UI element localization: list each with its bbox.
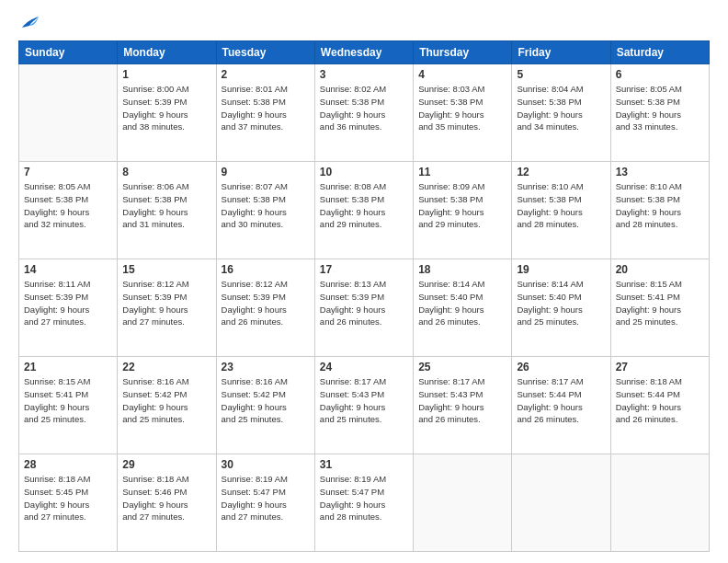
day-number: 10 (320, 166, 408, 178)
day-cell: 31Sunrise: 8:19 AMSunset: 5:47 PMDayligh… (314, 454, 413, 552)
day-cell: 2Sunrise: 8:01 AMSunset: 5:38 PMDaylight… (216, 64, 314, 162)
col-header-friday: Friday (512, 41, 610, 64)
day-number: 27 (616, 361, 704, 373)
day-info: Sunrise: 8:15 AMSunset: 5:41 PMDaylight:… (24, 375, 112, 426)
day-cell: 20Sunrise: 8:15 AMSunset: 5:41 PMDayligh… (610, 259, 709, 357)
day-info: Sunrise: 8:09 AMSunset: 5:38 PMDaylight:… (418, 180, 506, 231)
day-info: Sunrise: 8:18 AMSunset: 5:44 PMDaylight:… (616, 375, 704, 426)
day-info: Sunrise: 8:01 AMSunset: 5:38 PMDaylight:… (222, 83, 310, 133)
day-number: 16 (222, 263, 310, 276)
day-info: Sunrise: 8:17 AMSunset: 5:44 PMDaylight:… (517, 375, 605, 426)
day-cell (512, 454, 610, 552)
day-cell: 21Sunrise: 8:15 AMSunset: 5:41 PMDayligh… (19, 357, 118, 454)
day-info: Sunrise: 8:05 AMSunset: 5:38 PMDaylight:… (616, 83, 704, 133)
day-number: 30 (222, 458, 310, 471)
day-cell: 18Sunrise: 8:14 AMSunset: 5:40 PMDayligh… (414, 259, 512, 357)
day-cell: 4Sunrise: 8:03 AMSunset: 5:38 PMDaylight… (414, 64, 512, 162)
day-number: 3 (320, 68, 408, 81)
day-cell: 22Sunrise: 8:16 AMSunset: 5:42 PMDayligh… (118, 357, 216, 454)
calendar-table: SundayMondayTuesdayWednesdayThursdayFrid… (18, 40, 710, 552)
day-number: 31 (320, 458, 408, 471)
day-info: Sunrise: 8:18 AMSunset: 5:45 PMDaylight:… (24, 473, 112, 523)
day-number: 29 (122, 458, 210, 471)
day-cell: 28Sunrise: 8:18 AMSunset: 5:45 PMDayligh… (19, 454, 118, 552)
day-cell: 29Sunrise: 8:18 AMSunset: 5:46 PMDayligh… (118, 454, 216, 552)
day-cell: 5Sunrise: 8:04 AMSunset: 5:38 PMDaylight… (512, 64, 610, 162)
day-cell: 12Sunrise: 8:10 AMSunset: 5:38 PMDayligh… (512, 162, 610, 259)
col-header-tuesday: Tuesday (216, 41, 314, 64)
day-number: 9 (222, 166, 310, 178)
day-cell: 6Sunrise: 8:05 AMSunset: 5:38 PMDaylight… (610, 64, 709, 162)
day-number: 5 (517, 68, 605, 81)
day-cell: 23Sunrise: 8:16 AMSunset: 5:42 PMDayligh… (216, 357, 314, 454)
day-info: Sunrise: 8:14 AMSunset: 5:40 PMDaylight:… (418, 278, 506, 328)
day-number: 24 (320, 361, 408, 373)
day-cell: 10Sunrise: 8:08 AMSunset: 5:38 PMDayligh… (314, 162, 413, 259)
header (18, 15, 710, 31)
day-number: 20 (616, 263, 704, 276)
day-info: Sunrise: 8:17 AMSunset: 5:43 PMDaylight:… (418, 375, 506, 426)
day-number: 6 (616, 68, 704, 81)
day-number: 23 (222, 361, 310, 373)
day-number: 2 (222, 68, 310, 81)
day-info: Sunrise: 8:15 AMSunset: 5:41 PMDaylight:… (616, 278, 704, 328)
day-info: Sunrise: 8:12 AMSunset: 5:39 PMDaylight:… (122, 278, 210, 328)
day-info: Sunrise: 8:16 AMSunset: 5:42 PMDaylight:… (222, 375, 310, 426)
day-number: 4 (418, 68, 506, 81)
day-number: 21 (24, 361, 112, 373)
logo-text (18, 15, 40, 31)
week-row-4: 28Sunrise: 8:18 AMSunset: 5:45 PMDayligh… (19, 454, 710, 552)
day-info: Sunrise: 8:03 AMSunset: 5:38 PMDaylight:… (418, 83, 506, 133)
day-cell: 8Sunrise: 8:06 AMSunset: 5:38 PMDaylight… (118, 162, 216, 259)
day-number: 13 (616, 166, 704, 178)
day-info: Sunrise: 8:05 AMSunset: 5:38 PMDaylight:… (24, 180, 112, 231)
logo-bird-icon (20, 15, 40, 31)
day-number: 19 (517, 263, 605, 276)
day-cell: 13Sunrise: 8:10 AMSunset: 5:38 PMDayligh… (610, 162, 709, 259)
day-cell: 25Sunrise: 8:17 AMSunset: 5:43 PMDayligh… (414, 357, 512, 454)
week-row-1: 7Sunrise: 8:05 AMSunset: 5:38 PMDaylight… (19, 162, 710, 259)
day-info: Sunrise: 8:06 AMSunset: 5:38 PMDaylight:… (122, 180, 210, 231)
day-cell: 3Sunrise: 8:02 AMSunset: 5:38 PMDaylight… (314, 64, 413, 162)
day-info: Sunrise: 8:14 AMSunset: 5:40 PMDaylight:… (517, 278, 605, 328)
week-row-2: 14Sunrise: 8:11 AMSunset: 5:39 PMDayligh… (19, 259, 710, 357)
day-cell (19, 64, 118, 162)
day-number: 17 (320, 263, 408, 276)
day-number: 26 (517, 361, 605, 373)
day-number: 14 (24, 263, 112, 276)
day-cell (414, 454, 512, 552)
day-info: Sunrise: 8:18 AMSunset: 5:46 PMDaylight:… (122, 473, 210, 523)
day-info: Sunrise: 8:11 AMSunset: 5:39 PMDaylight:… (24, 278, 112, 328)
day-cell: 24Sunrise: 8:17 AMSunset: 5:43 PMDayligh… (314, 357, 413, 454)
day-info: Sunrise: 8:10 AMSunset: 5:38 PMDaylight:… (517, 180, 605, 231)
week-row-3: 21Sunrise: 8:15 AMSunset: 5:41 PMDayligh… (19, 357, 710, 454)
day-cell: 27Sunrise: 8:18 AMSunset: 5:44 PMDayligh… (610, 357, 709, 454)
day-number: 25 (418, 361, 506, 373)
day-number: 8 (122, 166, 210, 178)
day-number: 1 (122, 68, 210, 81)
day-cell: 17Sunrise: 8:13 AMSunset: 5:39 PMDayligh… (314, 259, 413, 357)
day-cell: 15Sunrise: 8:12 AMSunset: 5:39 PMDayligh… (118, 259, 216, 357)
day-info: Sunrise: 8:12 AMSunset: 5:39 PMDaylight:… (222, 278, 310, 328)
day-info: Sunrise: 8:08 AMSunset: 5:38 PMDaylight:… (320, 180, 408, 231)
col-header-saturday: Saturday (610, 41, 709, 64)
day-info: Sunrise: 8:04 AMSunset: 5:38 PMDaylight:… (517, 83, 605, 133)
day-cell: 7Sunrise: 8:05 AMSunset: 5:38 PMDaylight… (19, 162, 118, 259)
day-number: 11 (418, 166, 506, 178)
col-header-thursday: Thursday (414, 41, 512, 64)
day-info: Sunrise: 8:19 AMSunset: 5:47 PMDaylight:… (222, 473, 310, 523)
col-header-sunday: Sunday (19, 41, 118, 64)
day-cell: 11Sunrise: 8:09 AMSunset: 5:38 PMDayligh… (414, 162, 512, 259)
day-info: Sunrise: 8:17 AMSunset: 5:43 PMDaylight:… (320, 375, 408, 426)
header-row: SundayMondayTuesdayWednesdayThursdayFrid… (19, 41, 710, 64)
day-info: Sunrise: 8:07 AMSunset: 5:38 PMDaylight:… (222, 180, 310, 231)
day-cell: 26Sunrise: 8:17 AMSunset: 5:44 PMDayligh… (512, 357, 610, 454)
day-number: 7 (24, 166, 112, 178)
day-number: 15 (122, 263, 210, 276)
day-info: Sunrise: 8:10 AMSunset: 5:38 PMDaylight:… (616, 180, 704, 231)
day-cell: 19Sunrise: 8:14 AMSunset: 5:40 PMDayligh… (512, 259, 610, 357)
col-header-wednesday: Wednesday (314, 41, 413, 64)
day-number: 18 (418, 263, 506, 276)
day-cell: 1Sunrise: 8:00 AMSunset: 5:39 PMDaylight… (118, 64, 216, 162)
day-info: Sunrise: 8:19 AMSunset: 5:47 PMDaylight:… (320, 473, 408, 523)
